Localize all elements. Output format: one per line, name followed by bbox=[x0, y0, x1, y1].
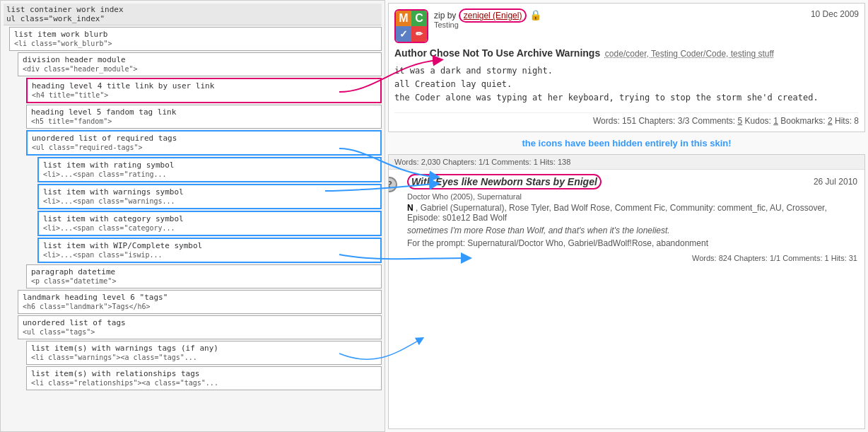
bottom-prompt: For the prompt: Supernatural/Doctor Who,… bbox=[407, 238, 857, 248]
work-stats: Words: 151 Chapters: 3/3 Comments: 5 Kud… bbox=[394, 112, 859, 126]
kudos-link[interactable]: 1 bbox=[773, 116, 778, 126]
stats-words: Words: 151 Chapters: 3/3 Comments: bbox=[593, 116, 738, 126]
left-panel: list container work index ul class="work… bbox=[0, 0, 385, 432]
tags-heading-label: landmark heading level 6 "tags" bbox=[23, 293, 168, 302]
heading-fandom-label: heading level 5 fandom tag link bbox=[31, 107, 176, 117]
warnings-label: list item with warnings symbol bbox=[43, 187, 184, 197]
middle-stats: Words: 2,030 Chapters: 1/1 Comments: 1 H… bbox=[394, 158, 570, 166]
card-date: 10 Dec 2009 bbox=[811, 9, 859, 19]
rating-code: <li>...<span class="rating... bbox=[43, 170, 167, 178]
bottom-stats: Words: 824 Chapters: 1/1 Comments: 1 Hit… bbox=[407, 251, 857, 262]
category-code: <li>...<span class="category... bbox=[43, 224, 175, 232]
zip-label: zip by bbox=[434, 11, 456, 21]
tags-heading-code: <h6 class="landmark">Tags</h6> bbox=[23, 303, 151, 310]
bottom-work-title: With Eyes like Newborn Stars by Enigel bbox=[407, 174, 602, 189]
wip-item: list item with WIP/Complete symbol <li>.… bbox=[37, 238, 382, 263]
relationships-tags-code: <li class="relationships"><a class="tags… bbox=[31, 379, 218, 387]
bookmarks-link[interactable]: 2 bbox=[828, 116, 833, 126]
summary-line-1: it was a dark and stormy night. bbox=[394, 64, 859, 78]
logo-m: M bbox=[396, 11, 411, 26]
zip-line: zip by zenigel (Enigel) 🔒 bbox=[434, 9, 541, 21]
warnings-code: <li>...<span class="warnings... bbox=[43, 197, 175, 205]
warnings-tags-label: list item(s) with warnings tags (if any) bbox=[31, 344, 218, 353]
required-tags-label: unordered list of required tags bbox=[32, 134, 177, 143]
logo-c: C bbox=[411, 11, 427, 26]
page-wrapper: list container work index ul class="work… bbox=[0, 0, 868, 432]
datetime-code: <p class="datetime"> bbox=[31, 277, 116, 285]
rating-item: list item with rating symbol <li>...<spa… bbox=[37, 157, 382, 182]
tags-heading-item: landmark heading level 6 "tags" <h6 clas… bbox=[18, 290, 382, 314]
testing-text: Testing bbox=[434, 21, 459, 29]
heading-title-code: <h4 title="title"> bbox=[32, 91, 108, 99]
right-panel: M C ✓ ✏ zip by zenigel (Enigel) 🔒 bbox=[385, 0, 868, 432]
datetime-label: paragraph datetime bbox=[31, 267, 115, 276]
annotation-text: the icons have been hidden entirely in t… bbox=[388, 136, 865, 150]
stats-hits: Hits: 8 bbox=[835, 116, 859, 126]
work-blurb-code: <li class="work_blurb"> bbox=[14, 40, 112, 47]
div-header-item: division header module <div class="heade… bbox=[18, 52, 382, 76]
category-label: list item with category symbol bbox=[43, 214, 184, 223]
required-tags-code: <ul class="required-tags"> bbox=[32, 144, 143, 151]
required-tags-item: unordered list of required tags <ul clas… bbox=[26, 130, 382, 156]
logo-icon: M C ✓ ✏ bbox=[394, 9, 428, 43]
work-zip-info: zip by zenigel (Enigel) 🔒 Testing bbox=[434, 9, 541, 29]
bottom-card-date: 26 Jul 2010 bbox=[814, 177, 857, 187]
bottom-card-body: ? With Eyes like Newborn Stars by Enigel… bbox=[389, 170, 864, 269]
heading-fandom-item: heading level 5 fandom tag link <h5 titl… bbox=[26, 105, 382, 129]
div-header-label: division header module bbox=[23, 55, 126, 64]
rating-label: list item with rating symbol bbox=[43, 160, 174, 170]
work-blurb-label: list item work blurb bbox=[14, 30, 107, 39]
tags-list-item: unordered list of tags <ul class="tags"> bbox=[18, 315, 382, 339]
no-warnings-label: N bbox=[407, 203, 414, 213]
heading-title-item: heading level 4 title link by user link … bbox=[26, 78, 382, 103]
top-work-card: M C ✓ ✏ zip by zenigel (Enigel) 🔒 bbox=[388, 3, 865, 132]
summary-line-2: all Creation lay quiet. bbox=[394, 78, 859, 91]
tags-list-code: <ul class="tags"> bbox=[23, 328, 95, 336]
lock-icon: 🔒 bbox=[529, 9, 541, 21]
bottom-summary: sometimes I'm more Rose than Wolf, and t… bbox=[407, 226, 857, 235]
heading-fandom-code: <h5 title="fandom"> bbox=[31, 117, 112, 125]
bottom-work-card: Words: 2,030 Chapters: 1/1 Comments: 1 H… bbox=[388, 154, 865, 429]
bottom-fandom: Doctor Who (2005), Supernatural bbox=[407, 192, 857, 201]
warnings-tags-item: list item(s) with warnings tags (if any)… bbox=[26, 341, 382, 365]
stats-bookmarks: Bookmarks: bbox=[780, 116, 828, 126]
category-item: list item with category symbol <li>...<s… bbox=[37, 211, 382, 236]
testing-badge: Testing bbox=[434, 21, 541, 29]
root-title: list container work index bbox=[6, 5, 124, 14]
work-title-line: Author Chose Not To Use Archive Warnings… bbox=[394, 47, 859, 59]
work-tags: code/coder, Testing Coder/Code, testing … bbox=[603, 49, 774, 59]
comments-link[interactable]: 5 bbox=[738, 116, 743, 126]
relationships-tags-item: list item(s) with relationships tags <li… bbox=[26, 366, 382, 390]
stats-kudos: Kudos: bbox=[745, 116, 774, 126]
tags-list-label: unordered list of tags bbox=[23, 318, 126, 327]
root-label: list container work index ul class="work… bbox=[4, 4, 382, 25]
datetime-item: paragraph datetime <p class="datetime"> bbox=[26, 264, 382, 288]
bottom-section: Words: 2,030 Chapters: 1/1 Comments: 1 H… bbox=[388, 154, 865, 429]
heading-title-label: heading level 4 title link by user link bbox=[32, 81, 214, 91]
work-tags-link[interactable]: code/coder, Testing Coder/Code, testing … bbox=[605, 49, 774, 59]
wip-label: list item with WIP/Complete symbol bbox=[43, 241, 202, 250]
work-title: Author Chose Not To Use Archive Warnings bbox=[394, 47, 600, 59]
relationships-tags-label: list item(s) with relationships tags bbox=[31, 369, 199, 378]
logo-pencil: ✏ bbox=[411, 26, 427, 42]
bottom-card-header: Words: 2,030 Chapters: 1/1 Comments: 1 H… bbox=[389, 155, 864, 170]
work-blurb-item: list item work blurb <li class="work_blu… bbox=[9, 27, 382, 51]
logo-check: ✓ bbox=[396, 26, 411, 42]
work-summary: it was a dark and stormy night. all Crea… bbox=[394, 62, 859, 108]
warnings-item: list item with warnings symbol <li>...<s… bbox=[37, 184, 382, 209]
wip-code: <li>...<span class="iswip... bbox=[43, 251, 163, 259]
warnings-tags-code: <li class="warnings"><a class="tags"... bbox=[31, 354, 197, 361]
root-class: ul class="work_index" bbox=[6, 14, 105, 23]
bottom-tags: , Gabriel (Supernatural), Rose Tyler, Ba… bbox=[407, 203, 827, 223]
div-header-code: <div class="header_module"> bbox=[23, 65, 138, 73]
summary-line-3: the Coder alone was typing at her keyboa… bbox=[394, 91, 859, 105]
